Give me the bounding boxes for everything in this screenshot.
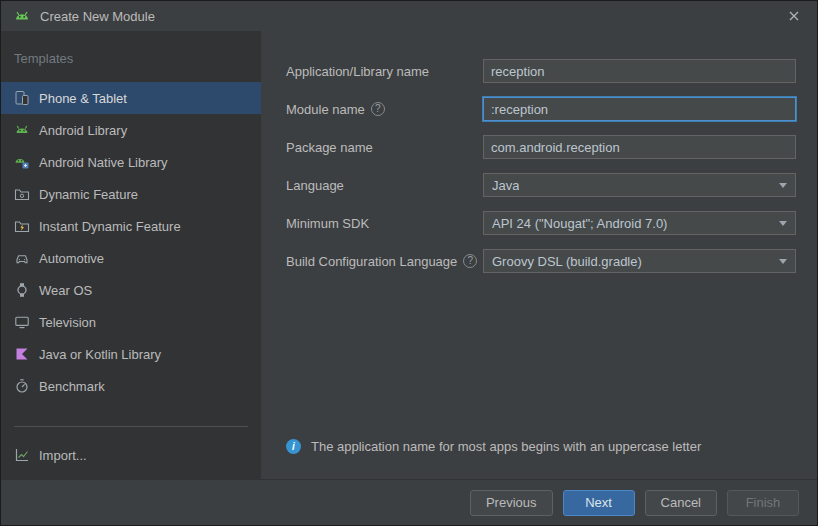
info-icon <box>286 439 301 454</box>
sidebar-item-label: Automotive <box>39 251 104 266</box>
module-settings-panel: Application/Library nameModule namePacka… <box>261 31 817 479</box>
application-library-name-input[interactable] <box>483 59 796 83</box>
next-button[interactable]: Next <box>563 490 635 516</box>
info-row: The application name for most apps begin… <box>286 439 796 454</box>
field-label: Build Configuration Language <box>286 254 483 269</box>
form-row-minimum-sdk: Minimum SDKAPI 24 ("Nougat"; Android 7.0… <box>286 211 796 235</box>
wear-os-icon <box>14 282 30 298</box>
benchmark-icon <box>14 378 30 394</box>
sidebar-item-dynamic-feature[interactable]: Dynamic Feature <box>1 178 261 210</box>
chevron-down-icon <box>779 221 787 226</box>
sidebar-divider <box>14 426 248 427</box>
module-form: Application/Library nameModule namePacka… <box>286 59 796 287</box>
field-label-text: Language <box>286 178 344 193</box>
build-configuration-language-select[interactable]: Groovy DSL (build.gradle) <box>483 249 796 273</box>
sidebar-spacer <box>1 402 261 426</box>
sidebar-item-instant-dynamic-feature[interactable]: Instant Dynamic Feature <box>1 210 261 242</box>
select-value: Java <box>492 178 519 193</box>
sidebar-item-benchmark[interactable]: Benchmark <box>1 370 261 402</box>
field-label-text: Minimum SDK <box>286 216 369 231</box>
dialog-body: Templates Phone & TabletAndroid LibraryA… <box>1 31 817 479</box>
field-label-text: Application/Library name <box>286 64 429 79</box>
import-icon <box>14 447 30 463</box>
sidebar-item-wear-os[interactable]: Wear OS <box>1 274 261 306</box>
android-studio-icon <box>13 7 31 25</box>
create-new-module-dialog: Create New Module Templates Phone & Tabl… <box>0 0 818 526</box>
sidebar-item-phone-tablet[interactable]: Phone & Tablet <box>1 82 261 114</box>
sidebar-item-automotive[interactable]: Automotive <box>1 242 261 274</box>
field-label-text: Build Configuration Language <box>286 254 457 269</box>
title-bar: Create New Module <box>1 1 817 31</box>
dialog-footer: PreviousNextCancelFinish <box>1 479 817 525</box>
sidebar-item-label: Dynamic Feature <box>39 187 138 202</box>
field-label-text: Package name <box>286 140 373 155</box>
field-label: Minimum SDK <box>286 216 483 231</box>
phone-tablet-icon <box>14 90 30 106</box>
select-value: Groovy DSL (build.gradle) <box>492 254 642 269</box>
package-name-input[interactable] <box>483 135 796 159</box>
form-row-package-name: Package name <box>286 135 796 159</box>
sidebar-item-television[interactable]: Television <box>1 306 261 338</box>
sidebar-item-import[interactable]: Import... <box>1 435 261 475</box>
sidebar-item-label: Import... <box>39 448 87 463</box>
sidebar-item-java-or-kotlin-library[interactable]: Java or Kotlin Library <box>1 338 261 370</box>
field-label: Language <box>286 178 483 193</box>
minimum-sdk-select[interactable]: API 24 ("Nougat"; Android 7.0) <box>483 211 796 235</box>
field-label: Package name <box>286 140 483 155</box>
sidebar-item-label: Java or Kotlin Library <box>39 347 161 362</box>
sidebar-item-label: Benchmark <box>39 379 105 394</box>
dynamic-feature-icon <box>14 186 30 202</box>
form-row-application-library-name: Application/Library name <box>286 59 796 83</box>
template-list: Phone & TabletAndroid LibraryAndroid Nat… <box>1 82 261 402</box>
dialog-title: Create New Module <box>40 9 155 24</box>
form-row-build-configuration-language: Build Configuration LanguageGroovy DSL (… <box>286 249 796 273</box>
language-select[interactable]: Java <box>483 173 796 197</box>
close-icon[interactable] <box>783 5 805 27</box>
templates-sidebar: Templates Phone & TabletAndroid LibraryA… <box>1 31 261 479</box>
field-label: Module name <box>286 102 483 117</box>
automotive-icon <box>14 250 30 266</box>
sidebar-item-label: Television <box>39 315 96 330</box>
field-label-text: Module name <box>286 102 365 117</box>
java-kotlin-library-icon <box>14 346 30 362</box>
previous-button[interactable]: Previous <box>470 490 553 516</box>
sidebar-item-label: Android Native Library <box>39 155 168 170</box>
android-native-library-icon <box>14 154 30 170</box>
android-library-icon <box>14 122 30 138</box>
dialog-buttons: PreviousNextCancelFinish <box>460 490 799 516</box>
form-row-module-name: Module name <box>286 97 796 121</box>
instant-dynamic-feature-icon <box>14 218 30 234</box>
sidebar-item-label: Android Library <box>39 123 127 138</box>
finish-button[interactable]: Finish <box>727 490 799 516</box>
sidebar-item-label: Instant Dynamic Feature <box>39 219 181 234</box>
field-label: Application/Library name <box>286 64 483 79</box>
help-icon[interactable] <box>463 254 477 268</box>
info-text: The application name for most apps begin… <box>311 439 701 454</box>
cancel-button[interactable]: Cancel <box>645 490 717 516</box>
sidebar-item-label: Wear OS <box>39 283 92 298</box>
module-name-input[interactable] <box>483 97 796 121</box>
chevron-down-icon <box>779 183 787 188</box>
sidebar-item-label: Phone & Tablet <box>39 91 127 106</box>
sidebar-item-android-native-library[interactable]: Android Native Library <box>1 146 261 178</box>
sidebar-item-android-library[interactable]: Android Library <box>1 114 261 146</box>
chevron-down-icon <box>779 259 787 264</box>
select-value: API 24 ("Nougat"; Android 7.0) <box>492 216 667 231</box>
help-icon[interactable] <box>371 102 385 116</box>
television-icon <box>14 314 30 330</box>
templates-header: Templates <box>1 43 261 82</box>
form-row-language: LanguageJava <box>286 173 796 197</box>
